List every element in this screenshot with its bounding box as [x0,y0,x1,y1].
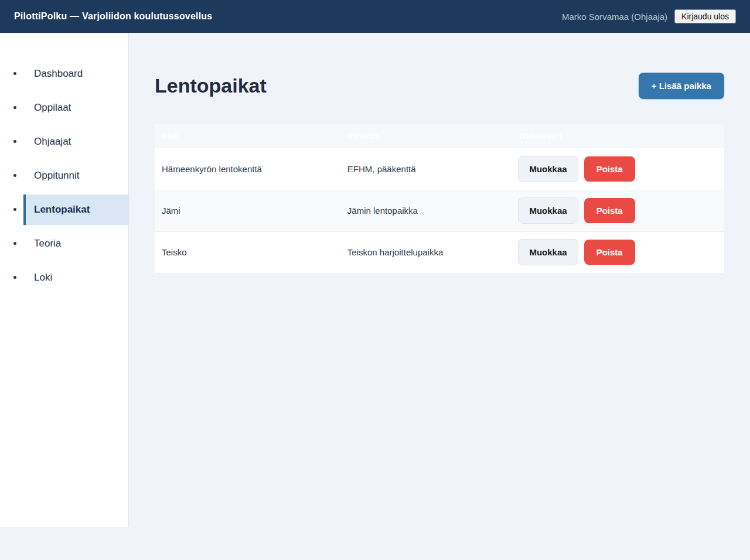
sidebar-item-ohjaajat[interactable]: Ohjaajat [23,127,128,157]
delete-button[interactable]: Poista [584,240,635,265]
sidebar-item-label[interactable]: Loki [23,262,128,293]
page-header: Lentopaikat + Lisää paikka [155,73,724,99]
top-bar-right: Marko Sorvamaa (Ohjaaja) Kirjaudu ulos [562,9,736,23]
sidebar-item-teoria[interactable]: Teoria [23,228,128,259]
sidebar-item-label[interactable]: Teoria [23,228,128,259]
place-actions: MuokkaaPoista [511,190,724,231]
page-layout: DashboardOppilaatOhjaajatOppitunnitLento… [0,33,750,560]
logout-button[interactable]: Kirjaudu ulos [674,9,736,23]
sidebar-item-label[interactable]: Dashboard [23,59,128,89]
places-table-card: NIMIKUVAUSTOIMINNOT Hämeenkyrön lentoken… [155,124,724,273]
table-row: Hämeenkyrön lentokenttäEFHM, pääkenttäMu… [155,148,724,190]
place-name: Hämeenkyrön lentokenttä [155,148,340,190]
sidebar-item-dashboard[interactable]: Dashboard [23,59,128,89]
place-name: Teisko [155,231,340,273]
edit-button[interactable]: Muokkaa [518,156,578,182]
column-header-toiminnot: TOIMINNOT [511,124,724,148]
place-description: EFHM, pääkenttä [340,148,512,190]
table-row: JämiJämin lentopaikkaMuokkaaPoista [155,190,724,231]
sidebar-item-oppitunnit[interactable]: Oppitunnit [23,161,128,191]
sidebar-item-oppilaat[interactable]: Oppilaat [23,93,128,123]
page-title: Lentopaikat [155,74,267,97]
places-table: NIMIKUVAUSTOIMINNOT Hämeenkyrön lentoken… [155,124,724,273]
edit-button[interactable]: Muokkaa [518,239,578,265]
add-place-button[interactable]: + Lisää paikka [639,73,724,99]
sidebar: DashboardOppilaatOhjaajatOppitunnitLento… [0,33,129,527]
sidebar-item-label[interactable]: Oppilaat [23,93,128,123]
user-name: Marko Sorvamaa (Ohjaaja) [562,12,667,22]
place-actions: MuokkaaPoista [511,231,724,273]
sidebar-item-label[interactable]: Oppitunnit [23,161,128,191]
sidebar-nav: DashboardOppilaatOhjaajatOppitunnitLento… [0,59,128,293]
table-header-row: NIMIKUVAUSTOIMINNOT [155,124,724,148]
top-bar: PilottiPolku — Varjoliidon koulutussovel… [0,0,750,33]
sidebar-item-label[interactable]: Lentopaikat [23,194,128,225]
app-title: PilottiPolku — Varjoliidon koulutussovel… [14,11,212,22]
sidebar-item-loki[interactable]: Loki [23,262,128,293]
delete-button[interactable]: Poista [584,156,635,182]
place-description: Jämin lentopaikka [340,190,512,231]
place-name: Jämi [155,190,340,231]
main-content: Lentopaikat + Lisää paikka NIMIKUVAUSTOI… [129,33,750,560]
edit-button[interactable]: Muokkaa [518,197,578,224]
place-actions: MuokkaaPoista [511,148,724,190]
place-description: Teiskon harjoittelupaikka [340,231,512,273]
column-header-nimi: NIMI [155,124,340,148]
sidebar-item-label[interactable]: Ohjaajat [23,127,128,157]
table-row: TeiskoTeiskon harjoittelupaikkaMuokkaaPo… [155,231,724,273]
delete-button[interactable]: Poista [584,198,635,223]
sidebar-item-lentopaikat[interactable]: Lentopaikat [23,194,128,225]
column-header-kuvaus: KUVAUS [340,124,512,148]
